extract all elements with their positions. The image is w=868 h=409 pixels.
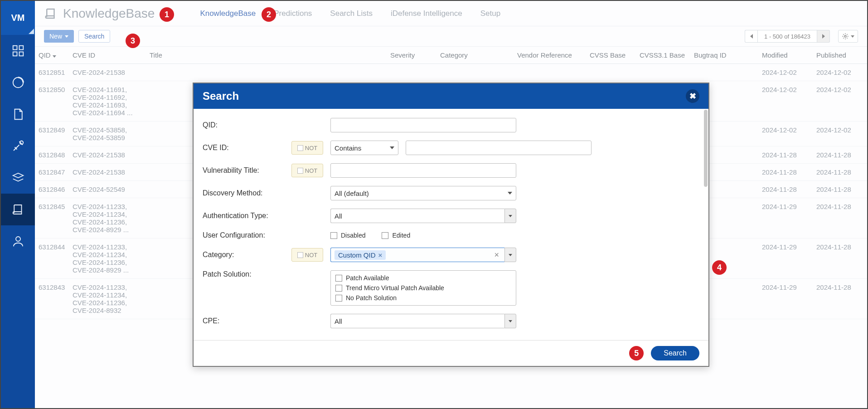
cell-cvss	[586, 64, 636, 81]
badge-3-text: 3	[131, 36, 135, 46]
nav-user[interactable]	[1, 225, 35, 257]
uc-edited-checkbox[interactable]: Edited	[382, 232, 410, 239]
uc-label: User Configuration:	[203, 231, 284, 239]
tab-search-lists[interactable]: Search Lists	[330, 9, 373, 18]
chevron-down-icon	[851, 35, 854, 38]
clear-all-icon[interactable]: ×	[492, 250, 501, 260]
not-text: NOT	[305, 167, 317, 174]
left-rail: VM	[1, 1, 35, 408]
col-qid[interactable]: QID	[35, 47, 69, 64]
book-icon	[44, 7, 58, 20]
dm-label: Discovery Method:	[203, 189, 284, 197]
col-vendor[interactable]: Vendor Reference	[514, 47, 586, 64]
chevron-left-icon	[750, 34, 753, 39]
uc-edited-text: Edited	[392, 232, 410, 239]
modal-close-button[interactable]: ✖	[686, 89, 699, 103]
patch-option[interactable]: Trend Micro Virtual Patch Available	[335, 284, 502, 292]
tab-setup[interactable]: Setup	[480, 9, 500, 18]
table-row[interactable]: 6312851CVE-2024-215382024-12-022024-12-0…	[35, 64, 867, 81]
tab-predictions[interactable]: Predictions	[274, 9, 312, 18]
col-cve[interactable]: CVE ID	[69, 47, 146, 64]
col-published[interactable]: Published	[813, 47, 867, 64]
col-bugtraq[interactable]: Bugtraq ID	[690, 47, 758, 64]
nav-document[interactable]	[1, 98, 35, 130]
search-button[interactable]: Search	[78, 30, 110, 43]
patch-option-label: Patch Available	[346, 274, 389, 282]
col-title[interactable]: Title	[146, 47, 387, 64]
cat-token[interactable]: Custom QID ×	[335, 250, 386, 260]
cell-modified: 2024-11-29	[758, 279, 813, 319]
col-cvss[interactable]: CVSS Base	[586, 47, 636, 64]
col-cvss31[interactable]: CVSS3.1 Base	[636, 47, 690, 64]
cell-qid: 6312848	[35, 146, 69, 164]
svg-rect-3	[19, 52, 23, 56]
cell-cve: CVE-2024-21538	[69, 164, 146, 181]
target-icon	[11, 76, 25, 89]
cell-qid: 6312851	[35, 64, 69, 81]
chevron-right-icon	[822, 34, 825, 39]
page-title-wrap: KnowledgeBase	[44, 6, 155, 21]
tab-idefense-intelligence[interactable]: iDefense Intelligence	[391, 9, 462, 18]
scrollbar-thumb[interactable]	[704, 110, 708, 187]
nav-target[interactable]	[1, 67, 35, 98]
uc-disabled-checkbox[interactable]: Disabled	[330, 232, 365, 239]
col-modified[interactable]: Modified	[758, 47, 813, 64]
brand-logo[interactable]: VM	[1, 1, 35, 35]
cve-input[interactable]	[406, 141, 592, 155]
cve-operator-select[interactable]: Contains	[330, 141, 398, 155]
checkbox-icon	[335, 275, 342, 282]
cat-select[interactable]: Custom QID × ×	[330, 248, 504, 262]
nav-knowledgebase[interactable]	[1, 194, 35, 225]
brand-text: VM	[11, 13, 25, 23]
cat-dropdown-button[interactable]	[504, 248, 516, 262]
cat-not-toggle[interactable]: NOT	[291, 248, 323, 262]
patch-option[interactable]: Patch Available	[335, 274, 502, 282]
nav-tools[interactable]	[1, 130, 35, 162]
col-category[interactable]: Category	[436, 47, 514, 64]
cell-modified: 2024-11-28	[758, 181, 813, 198]
cpe-select[interactable]: All	[330, 314, 504, 328]
modal-search-button[interactable]: Search	[651, 346, 699, 360]
cve-not-toggle[interactable]: NOT	[291, 141, 323, 155]
cell-published: 2024-12-02	[813, 64, 867, 81]
checkbox-icon	[297, 145, 303, 151]
cpe-dropdown-button[interactable]	[504, 314, 516, 328]
col-severity[interactable]: Severity	[387, 47, 436, 64]
modal-search-label: Search	[664, 349, 687, 357]
vt-input[interactable]	[330, 163, 516, 178]
tab-knowledgebase[interactable]: KnowledgeBase	[200, 9, 256, 18]
pager-prev[interactable]	[745, 30, 757, 43]
annotation-badge-4: 4	[712, 260, 727, 275]
patch-option-label: Trend Micro Virtual Patch Available	[346, 284, 444, 292]
svg-point-6	[16, 237, 20, 241]
remove-token-icon[interactable]: ×	[378, 251, 383, 259]
tab-bar: KnowledgeBasePredictionsSearch ListsiDef…	[200, 9, 500, 18]
annotation-badge-5: 5	[629, 346, 644, 360]
checkbox-icon	[335, 295, 342, 302]
badge-1-text: 1	[165, 10, 169, 19]
vt-not-toggle[interactable]: NOT	[291, 164, 323, 177]
new-button[interactable]: New	[44, 30, 74, 43]
chevron-down-icon	[390, 146, 394, 149]
nav-layers[interactable]	[1, 162, 35, 194]
not-text: NOT	[305, 252, 317, 258]
checkbox-icon	[297, 252, 303, 258]
cell-qid: 6312844	[35, 239, 69, 279]
auth-select[interactable]: All	[330, 209, 504, 223]
cell-qid: 6312846	[35, 181, 69, 198]
nav-dashboard[interactable]	[1, 35, 35, 67]
checkbox-icon	[335, 285, 342, 292]
book-icon	[11, 203, 25, 216]
patch-option[interactable]: No Patch Solution	[335, 294, 502, 302]
dm-value: All (default)	[335, 190, 369, 197]
dm-select[interactable]: All (default)	[330, 186, 516, 200]
sort-desc-icon	[53, 55, 56, 58]
cell-cvss31	[636, 64, 690, 81]
settings-menu[interactable]	[838, 30, 858, 43]
pager-next[interactable]	[817, 30, 830, 43]
cell-published: 2024-11-28	[813, 239, 867, 279]
auth-dropdown-button[interactable]	[504, 209, 516, 223]
cell-modified: 2024-11-29	[758, 239, 813, 279]
gear-icon	[842, 33, 849, 40]
qid-input[interactable]	[330, 118, 516, 132]
